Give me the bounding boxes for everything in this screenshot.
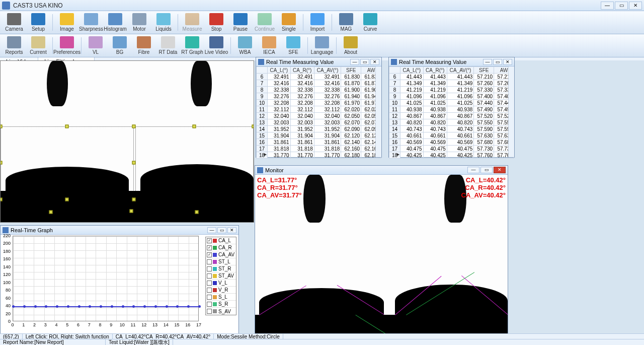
checkbox[interactable]: ✓	[207, 245, 212, 250]
toolbar-reports-button[interactable]: Reports	[2, 35, 26, 56]
toolbar-sfe-button[interactable]: SFE	[281, 35, 305, 56]
scrollbar[interactable]	[375, 66, 381, 157]
close-button[interactable]: ✕	[629, 2, 642, 10]
close-button[interactable]: ✕	[503, 59, 512, 65]
roi-handle[interactable]	[132, 161, 136, 165]
table-row[interactable]: 1431.95231.95231.95262.09062.090	[257, 126, 381, 132]
toolbar-mag-button[interactable]: MAG	[334, 12, 358, 33]
table-row[interactable]: 832.33832.33832.33861.90061.900	[257, 87, 381, 93]
roi-handle[interactable]	[1, 125, 3, 128]
column-header[interactable]: CA_R(°)	[290, 67, 314, 74]
table-row[interactable]: 1531.90431.90431.90462.12062.120	[257, 132, 381, 139]
roi-handle[interactable]	[132, 198, 136, 201]
toolbar-stop-button[interactable]: Stop	[204, 12, 228, 33]
toolbar-vl-button[interactable]: VL	[84, 35, 108, 56]
legend-item-st_av[interactable]: ST_AV	[206, 272, 236, 280]
restore-button[interactable]: ▭	[480, 167, 493, 173]
table-row[interactable]: 1740.47540.47540.47557.73057.730	[389, 146, 514, 152]
toolbar-pause-button[interactable]: Pause	[228, 12, 253, 33]
toolbar-prefs-button[interactable]: Preferences	[55, 35, 79, 56]
rtmv-table[interactable]: CA_L(°)CA_R(°)CA_AV(°)SFEAW641.44341.443…	[389, 66, 514, 159]
rtgraph-plot[interactable]	[13, 236, 199, 321]
column-header[interactable]: CA_AV(°)	[314, 67, 341, 74]
legend-item-s_r[interactable]: S_R	[206, 301, 236, 308]
toolbar-setup-button[interactable]: Setup	[26, 12, 50, 33]
legend-item-ca_l[interactable]: ✓CA_L	[206, 237, 236, 244]
restore-button[interactable]: ▭	[360, 59, 369, 65]
toolbar-about-button[interactable]: About	[339, 35, 363, 56]
checkbox[interactable]: ✓	[207, 238, 212, 243]
toolbar-wba-button[interactable]: WBA	[233, 35, 257, 56]
toolbar-livevideo-button[interactable]: Live Video	[204, 35, 228, 56]
minimize-button[interactable]: —	[467, 167, 479, 173]
legend-item-v_l[interactable]: V_L	[206, 280, 236, 287]
toolbar-camera-button[interactable]: Camera	[2, 12, 26, 33]
table-row[interactable]: 1132.11232.11232.11262.02062.020	[257, 106, 381, 113]
roi-handle[interactable]	[193, 125, 196, 128]
toolbar-hist-button[interactable]: Histogram	[103, 12, 127, 33]
table-row[interactable]: 1032.20832.20832.20861.97061.970	[257, 100, 381, 106]
live-fitting-image-panel[interactable]	[0, 60, 254, 223]
checkbox[interactable]	[207, 266, 212, 271]
table-row[interactable]: 941.09641.09641.09657.40057.400	[389, 93, 514, 100]
toolbar-image-button[interactable]: Image	[55, 12, 79, 33]
rtmv-header[interactable]: Real Time Measuring Value — ▭ ✕	[389, 57, 514, 66]
checkbox[interactable]: ✓	[207, 252, 212, 257]
roi-handle[interactable]	[49, 211, 53, 214]
roi-handle[interactable]	[65, 125, 69, 128]
roi-handle[interactable]	[195, 211, 199, 214]
checkbox[interactable]	[207, 302, 212, 307]
table-row[interactable]: 1631.86131.86131.86162.14062.140	[257, 139, 381, 146]
toolbar-motor-button[interactable]: Motor	[127, 12, 151, 33]
table-row[interactable]: 1340.82040.82040.82057.55057.550	[389, 119, 514, 126]
maximize-button[interactable]: ▭	[615, 2, 628, 10]
table-row[interactable]: 641.44341.44341.44357.21057.210	[389, 74, 514, 80]
table-row[interactable]: 932.27632.27632.27661.94061.940	[257, 93, 381, 100]
minimize-button[interactable]: —	[350, 59, 359, 65]
legend-item-st_l[interactable]: ST_L	[206, 258, 236, 265]
toolbar-current-button[interactable]: Current	[26, 35, 50, 56]
toolbar-curve-button[interactable]: Curve	[358, 12, 382, 33]
toolbar-ieca-button[interactable]: IECA	[257, 35, 281, 56]
toolbar-fibre-button[interactable]: Fibre	[132, 35, 156, 56]
close-button[interactable]: ✕	[370, 59, 379, 65]
table-row[interactable]: 1831.77031.77031.77062.18062.180	[257, 152, 381, 159]
checkbox[interactable]	[207, 281, 212, 286]
roi-handle[interactable]	[130, 210, 133, 213]
column-header[interactable]: CA_L(°)	[268, 67, 291, 74]
rtgraph-header[interactable]: Real-Time Graph — ▭ ✕	[1, 226, 238, 235]
legend-item-ca_r[interactable]: ✓CA_R	[206, 244, 236, 251]
table-row[interactable]: 1240.86740.86740.86757.52057.520	[389, 113, 514, 119]
table-row[interactable]: 1640.56940.56940.56957.68057.680	[389, 139, 514, 146]
restore-button[interactable]: ▭	[217, 227, 226, 233]
toolbar-liquids-button[interactable]: Liquids	[151, 12, 176, 33]
column-header[interactable]: SFE	[474, 67, 494, 74]
checkbox[interactable]	[207, 259, 212, 264]
scrollbar[interactable]	[508, 66, 514, 157]
checkbox[interactable]	[207, 273, 212, 279]
roi-handle[interactable]	[252, 125, 254, 128]
minimize-button[interactable]: —	[207, 227, 216, 233]
restore-button[interactable]: ▭	[493, 59, 502, 65]
checkbox[interactable]	[207, 309, 212, 314]
column-header[interactable]: CA_R(°)	[423, 67, 447, 74]
close-button[interactable]: ✕	[227, 227, 236, 233]
toolbar-sharp-button[interactable]: Sharpness	[79, 12, 103, 33]
monitor-header[interactable]: Monitor — ▭ ✕	[255, 166, 508, 175]
column-header[interactable]: CA_L(°)	[400, 67, 424, 74]
toolbar-single-button[interactable]: Single	[277, 12, 301, 33]
table-row[interactable]: 1140.93840.93840.93857.49057.490	[389, 106, 514, 113]
column-header[interactable]: SFE	[341, 67, 361, 74]
table-row[interactable]: 1840.42540.42540.42557.76057.760	[389, 152, 514, 159]
rtmv-table[interactable]: CA_L(°)CA_R(°)CA_AV(°)SFEAW632.49132.491…	[256, 66, 381, 159]
column-header[interactable]: CA_AV(°)	[447, 67, 473, 74]
table-row[interactable]: 741.34941.34941.34957.26057.260	[389, 80, 514, 87]
roi-handle[interactable]	[1, 198, 3, 201]
roi-handle[interactable]	[65, 198, 69, 201]
table-row[interactable]: 1332.00332.00332.00362.07062.070	[257, 119, 381, 126]
checkbox[interactable]	[207, 288, 212, 293]
close-button[interactable]: ✕	[494, 167, 506, 173]
legend-item-ca_av[interactable]: ✓CA_AV	[206, 251, 236, 258]
toolbar-lang-button[interactable]: Language	[310, 35, 334, 56]
roi-handle[interactable]	[132, 125, 136, 128]
